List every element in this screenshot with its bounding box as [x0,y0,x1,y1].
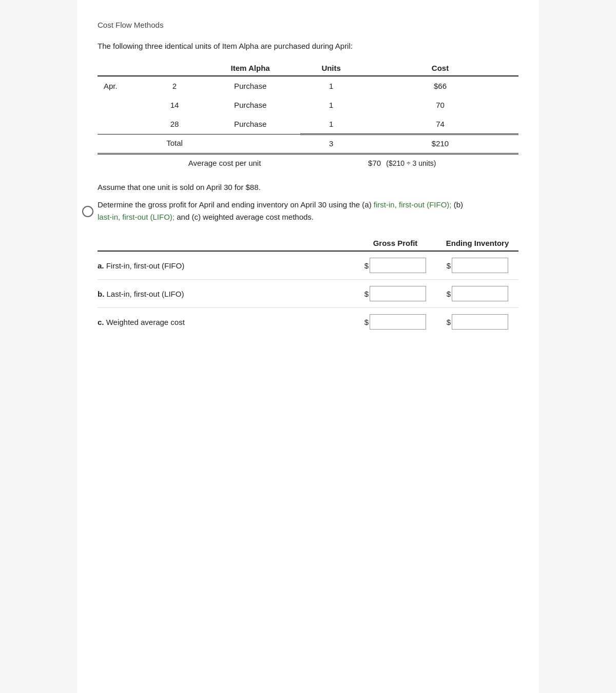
row2-units: 1 [300,95,362,114]
row1-month: Apr. [98,76,149,95]
row3-units: 1 [300,114,362,134]
row2-cost: 70 [362,95,518,114]
fifo-label: a. First-in, first-out (FIFO) [98,261,354,270]
answer-header-ei: Ending Inventory [436,239,518,247]
col-header-item [98,61,200,76]
row1-desc: Purchase [200,76,300,95]
answer-header-label-spacer [98,239,354,247]
row2-day: 14 [149,95,200,114]
avg-units-blank [300,154,362,173]
answer-row-fifo: a. First-in, first-out (FIFO) $ $ [98,252,518,280]
avg-blank [98,154,149,173]
lifo-gp-group: $ [354,286,436,301]
row1-day: 2 [149,76,200,95]
purchase-table: Item Alpha Units Cost Apr. 2 Purchase 1 … [98,61,518,172]
avg-cost-value: $70 [368,159,381,167]
fifo-gp-dollar: $ [364,261,369,270]
avg-cost-row: Average cost per unit $70 ($210 ÷ 3 unit… [98,154,518,173]
total-units: 3 [300,134,362,154]
answer-section: Gross Profit Ending Inventory a. First-i… [98,239,518,336]
row3-cost: 74 [362,114,518,134]
page-title: Cost Flow Methods [98,21,518,29]
row1-units: 1 [300,76,362,95]
answer-row-wavg: c. Weighted average cost $ $ [98,308,518,336]
fifo-label-bold: a. [98,261,104,270]
total-row: Total 3 $210 [98,134,518,154]
lifo-label-bold: b. [98,290,104,298]
lifo-ei-input[interactable] [452,286,508,301]
avg-label: Average cost per unit [149,154,300,173]
lifo-gp-input[interactable] [370,286,426,301]
wavg-ei-group: $ [436,314,518,330]
table-row: Apr. 2 Purchase 1 $66 [98,76,518,95]
wavg-label-bold: c. [98,318,104,326]
fifo-ei-group: $ [436,258,518,273]
fifo-ei-input[interactable] [452,258,508,273]
fifo-ei-dollar: $ [447,261,451,270]
avg-cost: $70 ($210 ÷ 3 units) [362,154,518,173]
lifo-ei-group: $ [436,286,518,301]
wavg-ei-dollar: $ [447,318,451,326]
fifo-gp-input[interactable] [370,258,426,273]
wavg-ei-input[interactable] [452,314,508,330]
determine-part3: and (c) weighted average cost methods. [175,213,314,221]
determine-part2: (b) [451,200,463,209]
lifo-label: b. Last-in, first-out (LIFO) [98,290,354,298]
intro-text: The following three identical units of I… [98,42,518,50]
lifo-gp-dollar: $ [364,290,369,298]
wavg-gp-input[interactable] [370,314,426,330]
fifo-label-text: First-in, first-out (FIFO) [104,261,185,270]
table-row: 14 Purchase 1 70 [98,95,518,114]
answer-header: Gross Profit Ending Inventory [98,239,518,252]
wavg-label: c. Weighted average cost [98,318,354,326]
col-header-item-alpha: Item Alpha [200,61,300,76]
row2-month [98,95,149,114]
row1-cost: $66 [362,76,518,95]
determine-text: Determine the gross profit for April and… [98,199,518,223]
total-desc-blank [200,134,300,154]
total-label: Total [149,134,200,154]
total-label-blank [98,134,149,154]
wavg-label-text: Weighted average cost [104,318,185,326]
lifo-label-text: Last-in, first-out (LIFO) [104,290,184,298]
wavg-gp-dollar: $ [364,318,369,326]
table-row: 28 Purchase 1 74 [98,114,518,134]
row3-month [98,114,149,134]
assume-text: Assume that one unit is sold on April 30… [98,183,518,191]
wavg-gp-group: $ [354,314,436,330]
row3-desc: Purchase [200,114,300,134]
circle-decoration [82,206,93,217]
total-cost: $210 [362,134,518,154]
lifo-link[interactable]: last-in, first-out (LIFO); [98,213,175,221]
row2-desc: Purchase [200,95,300,114]
answer-header-gp: Gross Profit [354,239,436,247]
fifo-gp-group: $ [354,258,436,273]
fifo-link[interactable]: first-in, first-out (FIFO); [374,200,452,209]
lifo-ei-dollar: $ [447,290,451,298]
answer-row-lifo: b. Last-in, first-out (LIFO) $ $ [98,280,518,308]
determine-part1: Determine the gross profit for April and… [98,200,374,209]
row3-day: 28 [149,114,200,134]
col-header-units: Units [300,61,362,76]
avg-cost-note: ($210 ÷ 3 units) [386,159,436,167]
col-header-cost: Cost [362,61,518,76]
